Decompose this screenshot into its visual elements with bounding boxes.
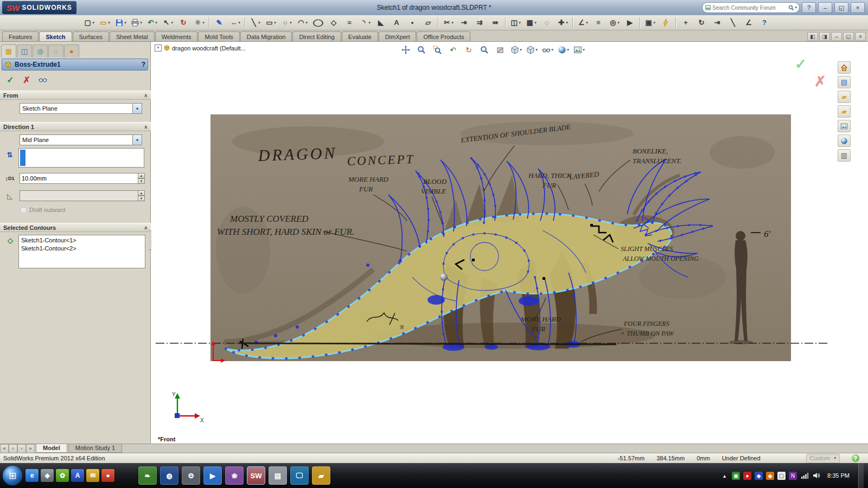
plane-tool-button[interactable]: ▱	[420, 16, 436, 29]
section-view-button[interactable]	[493, 43, 508, 56]
tab-office-products[interactable]: Office Products	[417, 31, 470, 41]
last-tab-button[interactable]: »	[26, 444, 35, 453]
status-help-icon[interactable]: ?	[852, 454, 859, 462]
taskbar-folder-icon[interactable]: ▰	[312, 466, 330, 485]
spline-tool-button[interactable]: ≈	[342, 16, 357, 29]
taskbar-quicklaunch-icon[interactable]: A	[71, 469, 84, 482]
save-button[interactable]: ▾	[113, 16, 128, 29]
ok-button[interactable]: ✓	[3, 73, 17, 86]
move-entities-button[interactable]: ✚▾	[555, 16, 570, 29]
taskbar-app-icon[interactable]: ❀	[225, 466, 244, 485]
zoom-in-out-button[interactable]	[477, 43, 492, 56]
view-orientation-button[interactable]: ▾	[508, 43, 524, 56]
apply-scene-button[interactable]: ▾	[571, 43, 586, 56]
reverse-direction-button[interactable]: ⇅	[4, 149, 16, 160]
line-tool-button[interactable]: ╲▾	[247, 16, 263, 29]
taskbar-quicklaunch-browser-icon[interactable]: e	[25, 469, 39, 482]
tab-evaluate[interactable]: Evaluate	[342, 31, 378, 41]
dimxpertmanager-tab[interactable]: ◌	[48, 44, 63, 57]
configurationmanager-tab[interactable]: ◎	[33, 44, 48, 57]
mirror-entities-button[interactable]: ◫▾	[508, 16, 523, 29]
instant2d-button[interactable]	[658, 16, 673, 29]
displaymanager-tab[interactable]: ●	[64, 44, 79, 57]
open-document-button[interactable]: ▭▾	[97, 16, 112, 29]
doc-close-button[interactable]: ×	[855, 32, 866, 41]
show-hidden-icons-button[interactable]: ▴	[720, 472, 729, 480]
pin-pane-right-icon[interactable]: ◨	[819, 32, 830, 41]
pin-pane-left-icon[interactable]: ◧	[807, 32, 818, 41]
start-button[interactable]: ⊞	[3, 466, 22, 485]
tab-dimxpert[interactable]: DimXpert	[379, 31, 417, 41]
rotate-view-button[interactable]: ↻	[461, 43, 476, 56]
undo-button[interactable]: ↶▾	[144, 16, 159, 29]
edit-appearance-button[interactable]: ▾	[556, 43, 571, 56]
tray-onenote-icon[interactable]: N	[789, 472, 797, 480]
tab-sketch[interactable]: Sketch	[39, 31, 72, 41]
design-library-button[interactable]: ▤	[838, 76, 851, 88]
search-icon[interactable]	[788, 5, 794, 11]
confirmation-cancel-button[interactable]: ✗	[814, 73, 826, 90]
list-item[interactable]: Sketch1-Contour<2>	[21, 245, 143, 253]
prev-tab-button[interactable]: ‹	[9, 444, 17, 453]
taskbar-quicklaunch-icon[interactable]: ✿	[56, 469, 69, 482]
section-selected-contours[interactable]: Selected Contours ∧	[0, 223, 151, 232]
taskbar-display-icon[interactable]: 🖵︎	[290, 466, 309, 485]
tray-icon[interactable]: ▣	[732, 472, 740, 480]
taskbar-quicklaunch-mail-icon[interactable]: ✉	[86, 469, 99, 482]
spinner-down-icon[interactable]: ▼	[138, 178, 145, 184]
taskbar-clock[interactable]: 8:35 PM	[827, 472, 850, 479]
repair-sketch-button[interactable]: ≡	[591, 16, 606, 29]
taskbar-app-icon[interactable]: ◍	[160, 466, 178, 485]
confirmation-ok-button[interactable]: ✓	[795, 56, 807, 73]
community-search[interactable]: ▾	[702, 2, 800, 13]
rebuild-button[interactable]: ↻	[176, 16, 191, 29]
new-document-button[interactable]: ▢▾	[81, 16, 97, 29]
minimize-button[interactable]: –	[818, 2, 832, 13]
circle-tool-button[interactable]: ○▾	[279, 16, 294, 29]
polygon-tool-button[interactable]: ◇	[326, 16, 341, 29]
section-direction1[interactable]: Direction 1 ∧	[0, 122, 151, 131]
extend-entities-button[interactable]: ⇥	[456, 16, 471, 29]
chamfer-button[interactable]: ◣	[373, 16, 388, 29]
tab-sheet-metal[interactable]: Sheet Metal	[110, 31, 155, 41]
network-icon[interactable]	[800, 471, 809, 480]
rapid-sketch-button[interactable]: ▶	[622, 16, 637, 29]
hide-show-items-button[interactable]: ▾	[540, 43, 555, 56]
tray-icon[interactable]: ●	[743, 472, 751, 480]
print-button[interactable]: ▾	[129, 16, 144, 29]
options-button[interactable]: ✳▾	[192, 16, 207, 29]
taskbar-quicklaunch-icon[interactable]: ●	[101, 469, 114, 482]
tab-direct-editing[interactable]: Direct Editing	[292, 31, 341, 41]
tab-mold-tools[interactable]: Mold Tools	[198, 31, 239, 41]
expand-tree-icon[interactable]: +	[155, 44, 162, 52]
smart-dimension-button[interactable]: ↔▾	[227, 16, 242, 29]
graphics-viewport[interactable]: + dragon woodcraft (Default... ↶ ↻ ▾ ▾ ▾…	[151, 42, 868, 444]
next-tab-button[interactable]: ›	[17, 444, 26, 453]
convert-entities-button[interactable]: ⇉	[472, 16, 487, 29]
taskbar-quicklaunch-icon[interactable]: ◈	[41, 469, 54, 482]
sketch-picture-button[interactable]: ▣▾	[642, 16, 658, 29]
zoom-to-fit-button[interactable]	[414, 43, 429, 56]
tab-surfaces[interactable]: Surfaces	[73, 31, 109, 41]
tab-model[interactable]: Model	[36, 444, 67, 453]
search-results-button[interactable]: ▰	[838, 105, 851, 118]
spinner-up-icon[interactable]: ▲	[138, 173, 145, 178]
tray-icon[interactable]: ◆	[766, 472, 774, 480]
pan-button[interactable]	[398, 43, 413, 56]
close-button[interactable]: ×	[851, 2, 865, 13]
arc-tool-button[interactable]: ◠▾	[295, 16, 310, 29]
taskbar-media-player-icon[interactable]: ▶	[203, 466, 222, 485]
taskbar-app-icon[interactable]: ❧	[138, 466, 157, 485]
rotate-entities-button[interactable]: ↻	[694, 16, 709, 29]
tray-icon[interactable]: ◆	[755, 472, 763, 480]
taskbar-notepad-icon[interactable]: ▤	[269, 466, 287, 485]
previous-view-button[interactable]: ↶	[445, 43, 461, 56]
tab-weldments[interactable]: Weldments	[155, 31, 198, 41]
sketch-fillet-button[interactable]: ◝▾	[358, 16, 373, 29]
first-tab-button[interactable]: «	[0, 444, 9, 453]
search-input[interactable]	[711, 4, 788, 11]
depth-spinner[interactable]: ▲▼	[138, 173, 145, 184]
ellipse-tool-button[interactable]: ◯	[310, 16, 326, 29]
solidworks-resources-button[interactable]	[838, 61, 851, 74]
zoom-to-area-button[interactable]	[430, 43, 445, 56]
